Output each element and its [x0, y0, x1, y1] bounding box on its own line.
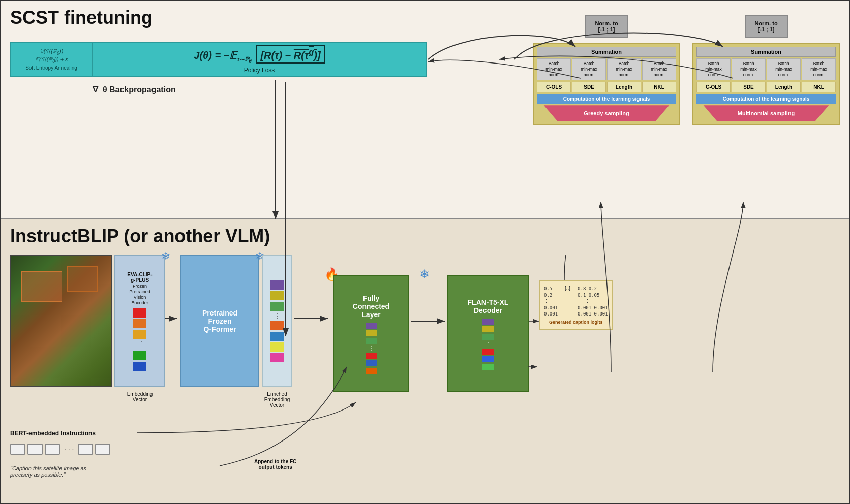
metric-nkl-m: NKL [802, 82, 836, 92]
soft-entropy-box: 𝕍(ℋ(ℙθ)) 𝔼(ℋ(ℙθ)) + ε Soft Entropy Annea… [11, 43, 93, 76]
batch-row-multi: Batchmin-maxnorm. Batchmin-maxnorm. Batc… [696, 58, 836, 80]
logits-box: 0.50.2⋮0.0010.001 [..] 0.8 0.20.1 0.05⋮ … [539, 280, 613, 330]
bert-quote: "Caption this satellite image asprecisel… [10, 465, 86, 478]
summation-row-multi: Summation [696, 47, 836, 57]
batch-row-greedy: Batchmin-maxnorm. Batchmin-maxnorm. Batc… [537, 58, 676, 80]
batch-cell-m1: Batchmin-maxnorm. [696, 58, 731, 80]
norm-to-box-multi: Norm. to[-1 ; 1] [745, 15, 788, 38]
flan-color-strip: ⋮ [482, 319, 494, 370]
bert-dots: · · · [62, 445, 76, 453]
scst-title: SCST finetuning [10, 7, 153, 28]
metric-length: Length [607, 82, 641, 92]
bert-token-4 [78, 444, 93, 455]
policy-label: Policy Loss [244, 67, 275, 74]
panels-container: Norm. to[-1 ; 1] Summation Batchmin-maxn… [533, 15, 840, 125]
batch-cell-3: Batchmin-maxnorm. [607, 58, 641, 80]
panel-inner-greedy: Summation Batchmin-maxnorm. Batchmin-max… [533, 43, 680, 125]
bottom-content: Remote SensingRGB Image Input EVA-CLIP-g… [10, 255, 840, 498]
policy-loss-box: J(θ) = −𝔼τ∼ℙθ [R(τ) − R(τg)] Policy Loss [93, 43, 426, 75]
logits-col1: 0.50.2⋮0.0010.001 [544, 286, 558, 318]
arrow-qformer-fc [292, 255, 333, 326]
flan-box: FLAN-T5-XLDecoder ⋮ [447, 275, 529, 392]
bert-tokens-row: · · · [10, 444, 110, 455]
metric-sde: SDE [572, 82, 606, 92]
soft-entropy-label: Soft Entropy Annealing [25, 65, 77, 71]
summation-row-greedy: Summation [537, 47, 676, 57]
enriched-vector-box: ⋮ [262, 255, 292, 387]
bert-token-5 [95, 444, 110, 455]
metric-nkl: NKL [642, 82, 676, 92]
fc-layer-box: FullyConnectedLayer ⋮ [333, 275, 409, 392]
comp-bar-greedy: Computation of the learning signals [537, 94, 676, 104]
batch-cell-4: Batchmin-maxnorm. [642, 58, 676, 80]
batch-cell-1: Batchmin-maxnorm. [537, 58, 571, 80]
greedy-sampling-label: Greedy sampling [537, 105, 676, 121]
comp-bar-multi: Computation of the learning signals [696, 94, 836, 104]
eva-color-blocks: ⋮ [133, 308, 146, 371]
qformer-box: ❄ PretrainedFrozenQ-Former [180, 255, 259, 387]
logits-col2: 0.8 0.20.1 0.05⋮ ⋮0.001 0.0010.001 0.001 [578, 286, 608, 318]
metrics-grid-multi: C-OLS SDE Length NKL [696, 82, 836, 92]
multi-sampling-label: Multinomial sampling [696, 105, 836, 121]
batch-cell-m3: Batchmin-maxnorm. [767, 58, 801, 80]
snowflake-flan: ❄ [419, 267, 430, 281]
metric-cols-m: C-OLS [696, 82, 731, 92]
bert-label: BERT-embedded Instructions [10, 430, 96, 437]
soft-entropy-formula: 𝕍(ℋ(ℙθ)) 𝔼(ℋ(ℙθ)) + ε [35, 48, 68, 64]
batch-cell-m2: Batchmin-maxnorm. [732, 58, 766, 80]
panel-inner-multi: Summation Batchmin-maxnorm. Batchmin-max… [692, 43, 840, 125]
metric-sde-m: SDE [732, 82, 766, 92]
bottom-section: InstructBLIP (or another VLM) Remote Sen… [1, 219, 849, 503]
batch-cell-m4: Batchmin-maxnorm. [802, 58, 836, 80]
qformer-label: PretrainedFrozenQ-Former [202, 309, 237, 333]
arrow-fc-flan [409, 255, 450, 326]
snowflake-eva: ❄ [161, 250, 170, 263]
batch-cell-2: Batchmin-maxnorm. [572, 58, 606, 80]
metric-cols: C-OLS [537, 82, 571, 92]
fc-label: FullyConnectedLayer [353, 294, 389, 319]
bert-token-1 [10, 444, 25, 455]
policy-formula: J(θ) = −𝔼τ∼ℙθ [R(τ) − R(τg)] [194, 45, 324, 64]
metric-length-m: Length [767, 82, 801, 92]
greedy-panel: Norm. to[-1 ; 1] Summation Batchmin-maxn… [533, 15, 680, 125]
logits-label: Generated caption logits [544, 320, 608, 325]
fc-color-strip: ⋮ [366, 323, 377, 374]
logits-separator: [..] [564, 286, 571, 291]
top-section: SCST finetuning 𝕍(ℋ(ℙθ)) 𝔼(ℋ(ℙθ)) + ε So… [1, 1, 849, 219]
backprop-label: ∇_θ Backpropagation [93, 85, 176, 94]
eva-clip-box: EVA-CLIP-g-PLUSFrozenPretrainedVisionEnc… [114, 255, 165, 387]
norm-to-box-greedy: Norm. to[-1 ; 1] [585, 15, 628, 38]
bert-token-2 [27, 444, 43, 455]
metrics-grid-greedy: C-OLS SDE Length NKL [537, 82, 676, 92]
multinomial-panel: Norm. to[-1 ; 1] Summation Batchmin-maxn… [692, 15, 840, 125]
enriched-vector-label: EnrichedEmbeddingVector [259, 391, 295, 408]
append-label: Append to the FCoutput tokens [254, 459, 296, 470]
instruct-title: InstructBLIP (or another VLM) [10, 226, 270, 247]
main-container: SCST finetuning 𝕍(ℋ(ℙθ)) 𝔼(ℋ(ℙθ)) + ε So… [0, 0, 850, 504]
formula-area: 𝕍(ℋ(ℙθ)) 𝔼(ℋ(ℙθ)) + ε Soft Entropy Annea… [10, 42, 427, 77]
rs-image-container: Remote SensingRGB Image Input [10, 255, 112, 387]
arrow-eva-qformer [163, 255, 180, 326]
eva-clip-label: EVA-CLIP-g-PLUSFrozenPretrainedVisionEnc… [127, 272, 152, 305]
flan-label: FLAN-T5-XLDecoder [468, 298, 509, 314]
bert-token-3 [45, 444, 60, 455]
embedding-vector-label: EmbeddingVector [119, 391, 160, 402]
